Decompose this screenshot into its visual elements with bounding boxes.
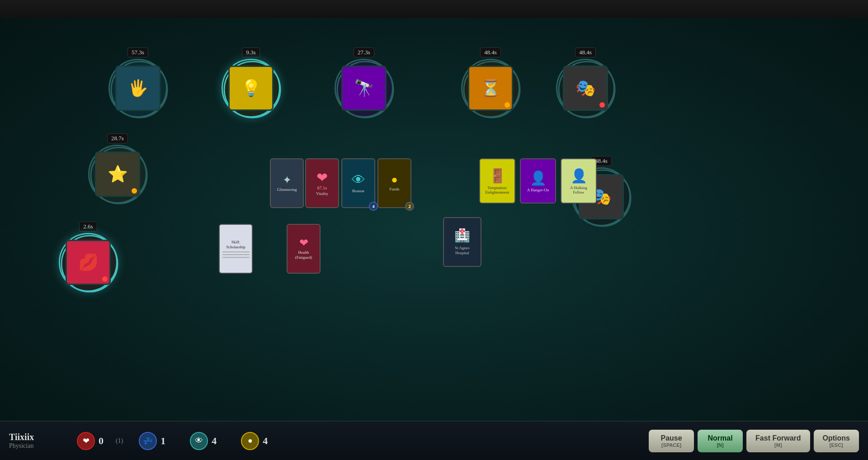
verb-icon-vs4: ⭐ xyxy=(108,165,128,184)
verb-icon-vs1: 🖐 xyxy=(128,79,148,98)
verb-circle-vs1[interactable]: 🖐 xyxy=(108,59,167,118)
verb-slot-vs3[interactable]: 27.3s🔭 xyxy=(335,59,393,118)
normal-shortcut: [N] xyxy=(717,442,723,448)
glimmering-label: Glimmering xyxy=(276,186,298,193)
verb-timer-vs4: 28.7s xyxy=(107,133,128,143)
card-light-red-vs5 xyxy=(102,276,108,282)
verb-card-vs4: ⭐ xyxy=(95,152,140,197)
card-funds[interactable]: ●Funds2 xyxy=(377,158,411,208)
verb-card-vs1: 🖐 xyxy=(115,66,160,111)
verb-slot-vs6[interactable]: 48.4s⏳ xyxy=(461,59,520,118)
card-light-vs4 xyxy=(132,188,137,194)
reason-label: Reason xyxy=(351,188,366,194)
stat-group-funds: ●4 xyxy=(241,432,276,450)
verb-slot-vs5[interactable]: 2.6s💋 xyxy=(59,233,118,292)
funds-badge: 2 xyxy=(405,202,414,211)
card-light-red-vs7 xyxy=(599,102,605,108)
health-fatigued-icon: ❤ xyxy=(299,237,308,249)
verb-timer-vs2: 9.3s xyxy=(242,47,259,57)
stats-container: ❤0(1)💤1👁4●4 xyxy=(63,432,276,450)
verb-slot-vs2[interactable]: 9.3s💡 xyxy=(222,59,280,118)
card-reason[interactable]: 👁Reason4 xyxy=(341,158,375,208)
verb-timer-vs7: 48.4s xyxy=(575,47,596,57)
verb-timer-vs6: 48.4s xyxy=(480,47,501,57)
card-health-fatigued[interactable]: ❤Health (Fatigued) xyxy=(287,224,321,274)
glimmering-icon: ✦ xyxy=(283,174,292,186)
funds-icon: ● xyxy=(241,432,259,450)
bottom-buttons: Pause[SPACE]Normal[N]Fast Forward[M]Opti… xyxy=(649,430,859,452)
hulking-fellow-label: A Hulking Fellow xyxy=(570,185,587,194)
reason-icon: 👁 xyxy=(190,432,208,450)
st-agnes-label: St Agnes Hospital xyxy=(453,245,471,256)
temptation-enlightenment-label: Temptation: Enlightenment xyxy=(486,185,509,194)
options-shortcut: [ESC] xyxy=(830,442,843,448)
health-value: 0 xyxy=(99,435,112,447)
verb-circle-vs5[interactable]: 💋 xyxy=(59,233,118,292)
verb-slot-vs1[interactable]: 57.3s🖐 xyxy=(108,59,167,118)
verb-circle-vs2[interactable]: 💡 xyxy=(222,59,280,118)
reason-icon: 👁 xyxy=(352,172,365,188)
verb-circle-vs3[interactable]: 🔭 xyxy=(335,59,393,118)
verb-card-vs6: ⏳ xyxy=(468,66,513,111)
stat-group-reason: 👁4 xyxy=(190,432,225,450)
verb-slot-vs7[interactable]: 48.4s🎭 xyxy=(556,59,615,118)
bottom-bar: Tiixiix Physician ❤0(1)💤1👁4●4 Pause[SPAC… xyxy=(0,421,868,460)
health-sub: (1) xyxy=(116,437,123,445)
verb-icon-vs7: 🎭 xyxy=(576,79,596,98)
options-button[interactable]: Options[ESC] xyxy=(814,430,859,452)
health-fatigued-label: Health (Fatigued) xyxy=(294,249,314,261)
hulking-fellow-icon: 👤 xyxy=(571,168,587,184)
hanger-on-label: A Hanger-On xyxy=(527,188,549,192)
card-vitality[interactable]: ❤67.1sVitality xyxy=(305,158,339,208)
fast-forward-shortcut: [M] xyxy=(774,442,782,448)
vitality-timer: 67.1s xyxy=(317,185,327,190)
health-icon: ❤ xyxy=(77,432,95,450)
card-light-vs6 xyxy=(505,102,510,108)
passion-icon: 💤 xyxy=(139,432,157,450)
vitality-label: Vitality xyxy=(315,190,330,197)
skill-scholarship-label: Skill: Scholarship xyxy=(225,239,247,251)
verb-icon-vs3: 🔭 xyxy=(354,79,374,98)
verb-card-vs2: 💡 xyxy=(228,66,274,111)
hanger-on-icon: 👤 xyxy=(530,170,547,186)
verb-icon-vs2: 💡 xyxy=(241,79,261,98)
normal-label: Normal xyxy=(708,434,733,442)
fast-forward-label: Fast Forward xyxy=(755,434,801,442)
verb-timer-vs5: 2.6s xyxy=(79,222,97,232)
verb-slot-vs4[interactable]: 28.7s⭐ xyxy=(88,145,147,204)
verb-card-vs3: 🔭 xyxy=(341,66,387,111)
verb-circle-vs4[interactable]: ⭐ xyxy=(88,145,147,204)
funds-label: Funds xyxy=(388,186,401,193)
verb-icon-vs6: ⏳ xyxy=(481,79,501,98)
stat-group-health: ❤0(1) xyxy=(77,432,123,450)
verb-circle-vs7[interactable]: 🎭 xyxy=(556,59,615,118)
verb-circle-vs6[interactable]: ⏳ xyxy=(461,59,520,118)
sidebar-card-temptation-enlightenment[interactable]: 🚪Temptation: Enlightenment xyxy=(479,158,515,204)
verb-icon-vs5: 💋 xyxy=(78,253,99,272)
verb-timer-vs1: 57.3s xyxy=(127,47,148,57)
funds-value: 4 xyxy=(263,435,276,447)
reason-value: 4 xyxy=(212,435,225,447)
stat-group-passion: 💤1 xyxy=(139,432,174,450)
fast-forward-button[interactable]: Fast Forward[M] xyxy=(746,430,810,452)
card-st-agnes[interactable]: 🏥St Agnes Hospital xyxy=(443,217,481,267)
st-agnes-building-icon: 🏥 xyxy=(454,228,470,243)
verb-card-vs5: 💋 xyxy=(66,240,111,285)
sidebar-card-hanger-on[interactable]: 👤A Hanger-On xyxy=(520,158,556,204)
pause-button[interactable]: Pause[SPACE] xyxy=(649,430,694,452)
player-name: Tiixiix xyxy=(9,432,63,442)
card-glimmering[interactable]: ✦Glimmering xyxy=(270,158,304,208)
options-label: Options xyxy=(823,434,850,442)
temptation-enlightenment-icon: 🚪 xyxy=(489,168,506,184)
normal-button[interactable]: Normal[N] xyxy=(698,430,743,452)
game-area: 57.3s🖐9.3s💡27.3s🔭28.7s⭐2.6s💋48.4s⏳48.4s🎭… xyxy=(0,18,868,439)
reason-badge: 4 xyxy=(369,202,378,211)
player-class: Physician xyxy=(9,442,63,450)
card-skill-scholarship[interactable]: Skill: Scholarship xyxy=(219,224,253,274)
verb-card-vs7: 🎭 xyxy=(563,66,608,111)
verb-timer-vs3: 27.3s xyxy=(354,47,374,57)
funds-icon: ● xyxy=(391,174,398,186)
pause-label: Pause xyxy=(661,434,682,442)
vitality-icon: ❤ xyxy=(316,170,328,185)
sidebar-card-hulking-fellow[interactable]: 👤A Hulking Fellow xyxy=(561,158,597,204)
